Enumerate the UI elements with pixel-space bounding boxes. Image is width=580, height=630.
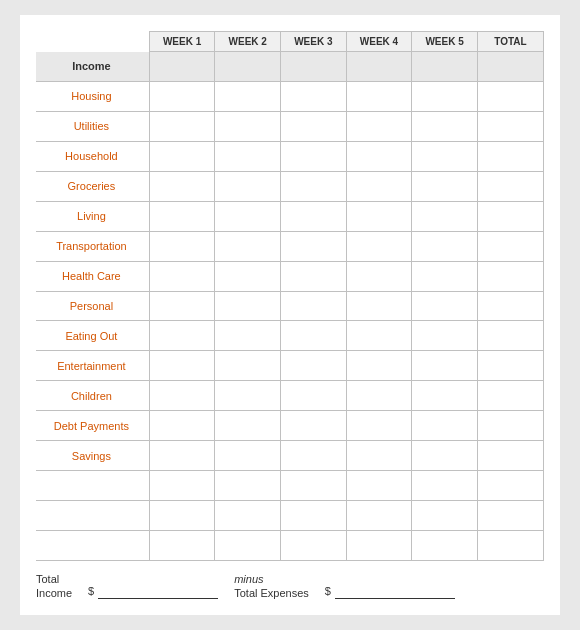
data-cell-row14-col4[interactable]	[412, 471, 478, 501]
data-cell-row0-col5[interactable]	[477, 52, 543, 82]
data-cell-row1-col5[interactable]	[477, 81, 543, 111]
data-cell-row12-col0[interactable]	[149, 411, 215, 441]
data-cell-row9-col4[interactable]	[412, 321, 478, 351]
data-cell-row0-col1[interactable]	[215, 52, 281, 82]
data-cell-row16-col4[interactable]	[412, 531, 478, 561]
data-cell-row12-col5[interactable]	[477, 411, 543, 441]
data-cell-row3-col5[interactable]	[477, 141, 543, 171]
data-cell-row7-col4[interactable]	[412, 261, 478, 291]
data-cell-row1-col0[interactable]	[149, 81, 215, 111]
data-cell-row4-col4[interactable]	[412, 171, 478, 201]
data-cell-row4-col3[interactable]	[346, 171, 412, 201]
data-cell-row13-col4[interactable]	[412, 441, 478, 471]
data-cell-row9-col1[interactable]	[215, 321, 281, 351]
data-cell-row11-col1[interactable]	[215, 381, 281, 411]
data-cell-row15-col0[interactable]	[149, 501, 215, 531]
data-cell-row12-col1[interactable]	[215, 411, 281, 441]
data-cell-row16-col1[interactable]	[215, 531, 281, 561]
data-cell-row3-col3[interactable]	[346, 141, 412, 171]
data-cell-row13-col0[interactable]	[149, 441, 215, 471]
data-cell-row6-col5[interactable]	[477, 231, 543, 261]
data-cell-row4-col0[interactable]	[149, 171, 215, 201]
data-cell-row9-col0[interactable]	[149, 321, 215, 351]
data-cell-row13-col2[interactable]	[281, 441, 347, 471]
data-cell-row8-col0[interactable]	[149, 291, 215, 321]
data-cell-row10-col1[interactable]	[215, 351, 281, 381]
data-cell-row14-col2[interactable]	[281, 471, 347, 501]
data-cell-row3-col1[interactable]	[215, 141, 281, 171]
data-cell-row8-col4[interactable]	[412, 291, 478, 321]
data-cell-row4-col5[interactable]	[477, 171, 543, 201]
data-cell-row14-col3[interactable]	[346, 471, 412, 501]
data-cell-row5-col5[interactable]	[477, 201, 543, 231]
data-cell-row5-col3[interactable]	[346, 201, 412, 231]
data-cell-row10-col2[interactable]	[281, 351, 347, 381]
data-cell-row15-col1[interactable]	[215, 501, 281, 531]
data-cell-row1-col1[interactable]	[215, 81, 281, 111]
data-cell-row2-col1[interactable]	[215, 111, 281, 141]
data-cell-row3-col2[interactable]	[281, 141, 347, 171]
data-cell-row3-col0[interactable]	[149, 141, 215, 171]
data-cell-row8-col5[interactable]	[477, 291, 543, 321]
data-cell-row3-col4[interactable]	[412, 141, 478, 171]
data-cell-row6-col1[interactable]	[215, 231, 281, 261]
data-cell-row9-col3[interactable]	[346, 321, 412, 351]
data-cell-row2-col0[interactable]	[149, 111, 215, 141]
data-cell-row8-col2[interactable]	[281, 291, 347, 321]
data-cell-row14-col1[interactable]	[215, 471, 281, 501]
data-cell-row12-col4[interactable]	[412, 411, 478, 441]
data-cell-row12-col2[interactable]	[281, 411, 347, 441]
data-cell-row8-col1[interactable]	[215, 291, 281, 321]
data-cell-row7-col3[interactable]	[346, 261, 412, 291]
data-cell-row9-col5[interactable]	[477, 321, 543, 351]
data-cell-row12-col3[interactable]	[346, 411, 412, 441]
data-cell-row16-col0[interactable]	[149, 531, 215, 561]
data-cell-row15-col5[interactable]	[477, 501, 543, 531]
data-cell-row11-col4[interactable]	[412, 381, 478, 411]
data-cell-row16-col3[interactable]	[346, 531, 412, 561]
data-cell-row11-col5[interactable]	[477, 381, 543, 411]
data-cell-row0-col4[interactable]	[412, 52, 478, 82]
data-cell-row13-col5[interactable]	[477, 441, 543, 471]
data-cell-row7-col5[interactable]	[477, 261, 543, 291]
data-cell-row2-col2[interactable]	[281, 111, 347, 141]
data-cell-row8-col3[interactable]	[346, 291, 412, 321]
data-cell-row2-col5[interactable]	[477, 111, 543, 141]
data-cell-row11-col0[interactable]	[149, 381, 215, 411]
data-cell-row11-col2[interactable]	[281, 381, 347, 411]
data-cell-row2-col3[interactable]	[346, 111, 412, 141]
data-cell-row2-col4[interactable]	[412, 111, 478, 141]
data-cell-row14-col0[interactable]	[149, 471, 215, 501]
data-cell-row0-col0[interactable]	[149, 52, 215, 82]
data-cell-row6-col3[interactable]	[346, 231, 412, 261]
data-cell-row11-col3[interactable]	[346, 381, 412, 411]
data-cell-row15-col3[interactable]	[346, 501, 412, 531]
data-cell-row10-col0[interactable]	[149, 351, 215, 381]
data-cell-row0-col3[interactable]	[346, 52, 412, 82]
data-cell-row10-col4[interactable]	[412, 351, 478, 381]
data-cell-row9-col2[interactable]	[281, 321, 347, 351]
data-cell-row15-col2[interactable]	[281, 501, 347, 531]
data-cell-row6-col2[interactable]	[281, 231, 347, 261]
data-cell-row5-col2[interactable]	[281, 201, 347, 231]
data-cell-row7-col0[interactable]	[149, 261, 215, 291]
total-income-line[interactable]	[98, 583, 218, 599]
data-cell-row10-col5[interactable]	[477, 351, 543, 381]
data-cell-row1-col4[interactable]	[412, 81, 478, 111]
data-cell-row1-col3[interactable]	[346, 81, 412, 111]
data-cell-row5-col0[interactable]	[149, 201, 215, 231]
data-cell-row16-col2[interactable]	[281, 531, 347, 561]
data-cell-row0-col2[interactable]	[281, 52, 347, 82]
data-cell-row4-col2[interactable]	[281, 171, 347, 201]
data-cell-row10-col3[interactable]	[346, 351, 412, 381]
data-cell-row13-col3[interactable]	[346, 441, 412, 471]
data-cell-row7-col1[interactable]	[215, 261, 281, 291]
data-cell-row5-col1[interactable]	[215, 201, 281, 231]
data-cell-row1-col2[interactable]	[281, 81, 347, 111]
data-cell-row7-col2[interactable]	[281, 261, 347, 291]
total-expenses-line[interactable]	[335, 583, 455, 599]
data-cell-row4-col1[interactable]	[215, 171, 281, 201]
data-cell-row13-col1[interactable]	[215, 441, 281, 471]
data-cell-row6-col0[interactable]	[149, 231, 215, 261]
data-cell-row16-col5[interactable]	[477, 531, 543, 561]
